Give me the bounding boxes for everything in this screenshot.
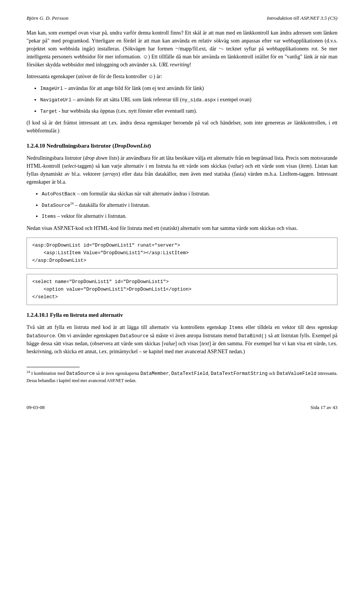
navigateurl-code: NavigateUrl [40, 98, 72, 103]
code-block-html: <select name="DropDownList1" id="DropDow… [27, 274, 337, 305]
footnote-24: 24 I kombination med DataSource så är äv… [27, 370, 337, 384]
autopostback-code: AutoPostBack [42, 192, 76, 197]
list-item-autopostback: AutoPostBack – om formulär ska skickas n… [42, 190, 337, 198]
items-code: Items [42, 214, 56, 219]
paragraph-2: Intressanta egenskaper (utöver de för de… [27, 72, 337, 80]
datasource-inline-code: DataSource [27, 334, 55, 339]
header-left: Björn G. D. Persson [27, 15, 69, 21]
page-footer: 09-03-08 Sida 17 av 43 [27, 404, 337, 411]
section-heading-1-2-4-10: 1.2.4.10 Nedrullningsbara listrutor (Dro… [27, 142, 337, 150]
value-label: value [163, 341, 175, 346]
properties-list-2: AutoPostBack – om formulär ska skickas n… [42, 190, 337, 220]
footnote-divider [27, 367, 80, 367]
footnote-datatextfield-code: DataTextField [171, 371, 209, 376]
paragraph-6: Två sätt att fylla en listruta med kod ä… [27, 323, 337, 356]
list-item-navigateurl: NavigateUrl – används för att sätta URL … [40, 96, 337, 104]
databind-code: DataBind() [238, 334, 267, 339]
code-line-2: <asp:ListItem Value="DropDownList1"></as… [32, 249, 332, 257]
target-code: Target [40, 109, 57, 114]
sub-heading-1-2-4-10-1: 1.2.4.10.1 Fylla en listruta med alterna… [27, 311, 337, 319]
footer-date: 09-03-08 [27, 404, 45, 411]
code-line-3: </asp:DropDownList> [32, 257, 332, 264]
paragraph-4: Nedrullningsbara listrutor (drop down li… [27, 154, 337, 186]
list-item-datasource: DataSource24 – datakälla för alternativ … [42, 201, 337, 209]
footnote-datavalue-code: DataValueField [276, 371, 316, 376]
code-line-4: <select name="DropDownList1" id="DropDow… [32, 278, 332, 286]
footnote-datamember-code: DataMember [140, 371, 169, 376]
imageurl-code: ImageUrl [40, 86, 63, 91]
paragraph-3: (I kod så är det främst intressant att t… [27, 119, 337, 135]
page: Björn G. D. Persson Introduktion till AS… [0, 0, 364, 418]
ny-sida-code: ny_sida.aspx [182, 98, 216, 103]
url-rewriting-label: URL rewriting [158, 62, 189, 68]
list-item-imageurl: ImageUrl – användas för att ange bild fö… [40, 84, 337, 93]
footnote-datatextformatstring-code: DataTextFormatString [211, 371, 268, 376]
paragraph-1: Man kan, som exempel ovan visar på, undr… [27, 29, 337, 69]
footer-page: Sida 17 av 43 [311, 404, 337, 411]
datasource-inline-code-2: DataSource [120, 334, 148, 339]
items-inline-code: Items [229, 325, 243, 330]
list-item-items: Items – vektor för alternativ i listruta… [42, 212, 337, 220]
footnote-datasource-code: DataSource [66, 371, 95, 376]
list-item-target: Target - hur webbsida ska öppnas (t.ex. … [40, 107, 337, 115]
properties-list: ImageUrl – användas för att ange bild fö… [40, 84, 337, 115]
code-line-6: </select> [32, 293, 332, 301]
page-header: Björn G. D. Persson Introduktion till AS… [27, 15, 337, 21]
footnote-number: 24 [27, 370, 30, 374]
footnote-ref-24: 24 [70, 201, 74, 205]
code-block-aspnet: <asp:DropDownList id="DropDownList1" run… [27, 238, 337, 269]
header-right: Introduktion till ASP.NET 3.5 (CS) [267, 15, 337, 21]
code-line-1: <asp:DropDownList id="DropDownList1" run… [32, 242, 332, 249]
paragraph-5: Nedan visas ASP.NET-kod och HTML-kod för… [27, 224, 337, 232]
text-label: text [201, 341, 209, 346]
datasource-code: DataSource [42, 203, 70, 208]
code-line-5: <option value="DropDownList1">DropDownLi… [32, 286, 332, 293]
